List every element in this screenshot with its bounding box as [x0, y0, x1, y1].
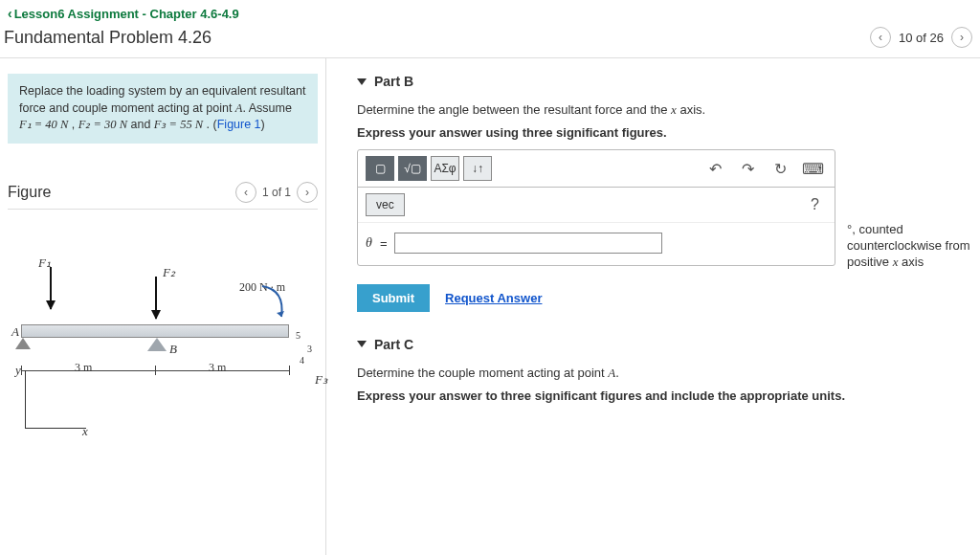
- part-b-instruction: Express your answer using three signific…: [357, 125, 980, 140]
- figure-position: 1 of 1: [262, 186, 291, 199]
- dim-1-label: 3 m: [75, 361, 92, 375]
- dim-tick-icon: [289, 366, 290, 375]
- collapse-part-c-button[interactable]: [357, 341, 367, 347]
- page-title: Fundamental Problem 4.26: [4, 28, 212, 48]
- beam-icon: [21, 324, 289, 338]
- problem-statement: Replace the loading system by an equival…: [8, 74, 318, 144]
- chevron-left-icon: ‹: [8, 6, 12, 21]
- part-b-prompt: Determine the angle between the resultan…: [357, 102, 980, 118]
- angle-h-label: 4: [300, 355, 304, 366]
- next-problem-button[interactable]: ›: [951, 27, 972, 48]
- keyboard-button[interactable]: ⌨: [798, 156, 827, 181]
- force-f3-label: F₃: [315, 372, 327, 388]
- template-button[interactable]: ▢: [366, 156, 394, 181]
- angle-v-label: 3: [307, 344, 312, 354]
- help-button[interactable]: ?: [803, 196, 827, 213]
- unit-label: °, counted counterclockwise from positiv…: [847, 222, 980, 271]
- answer-input[interactable]: [394, 233, 662, 254]
- undo-button[interactable]: ↶: [701, 156, 729, 181]
- point-b-label: B: [169, 342, 177, 357]
- axis-y-icon: [25, 370, 26, 428]
- part-c-instruction: Express your answer to three significant…: [357, 388, 980, 403]
- support-a-icon: [15, 338, 31, 349]
- axis-x-icon: [25, 428, 86, 429]
- variable-label: θ: [366, 235, 372, 251]
- force-f1-label: F₁: [38, 255, 51, 271]
- axis-x-label: x: [82, 424, 88, 439]
- figure-link[interactable]: Figure 1: [217, 118, 261, 131]
- collapse-part-b-button[interactable]: [357, 78, 367, 85]
- request-answer-link[interactable]: Request Answer: [445, 291, 542, 305]
- part-b-title: Part B: [374, 74, 413, 89]
- greek-button[interactable]: ΑΣφ: [431, 156, 459, 181]
- arrows-button[interactable]: ↓↑: [463, 156, 492, 181]
- force-f2-label: F₂: [163, 265, 175, 280]
- problem-position: 10 of 26: [899, 31, 944, 45]
- prev-problem-button[interactable]: ‹: [870, 27, 891, 48]
- dim-tick-icon: [21, 366, 22, 375]
- figure-diagram: A B F₁ F₂ 200 N · m 5 3 4 F₃ 3 m 3 m y: [11, 229, 318, 449]
- figure-heading: Figure: [8, 184, 51, 201]
- vec-button[interactable]: vec: [366, 193, 405, 216]
- back-link[interactable]: ‹Lesson6 Assignment - Chapter 4.6-4.9: [8, 7, 239, 21]
- axis-y-label: y: [15, 363, 21, 378]
- angle-hyp-label: 5: [296, 330, 301, 341]
- dim-tick-icon: [155, 366, 156, 375]
- redo-button[interactable]: ↷: [733, 156, 762, 181]
- support-b-icon: [147, 338, 167, 351]
- answer-entry-box: ▢ √▢ ΑΣφ ↓↑ ↶ ↷ ↻ ⌨ vec ?: [357, 149, 835, 266]
- submit-button[interactable]: Submit: [357, 284, 430, 312]
- next-figure-button[interactable]: ›: [297, 182, 318, 203]
- part-c-title: Part C: [374, 337, 413, 352]
- dim-2-label: 3 m: [209, 361, 226, 375]
- part-c-prompt: Determine the couple moment acting at po…: [357, 366, 980, 381]
- moment-arrow-icon: [256, 280, 291, 319]
- prev-figure-button[interactable]: ‹: [235, 182, 256, 203]
- sqrt-button[interactable]: √▢: [398, 156, 427, 181]
- force-f2-arrow-icon: [155, 277, 157, 319]
- force-f1-arrow-icon: [50, 267, 52, 309]
- equals-label: =: [380, 236, 388, 251]
- reset-button[interactable]: ↻: [766, 156, 794, 181]
